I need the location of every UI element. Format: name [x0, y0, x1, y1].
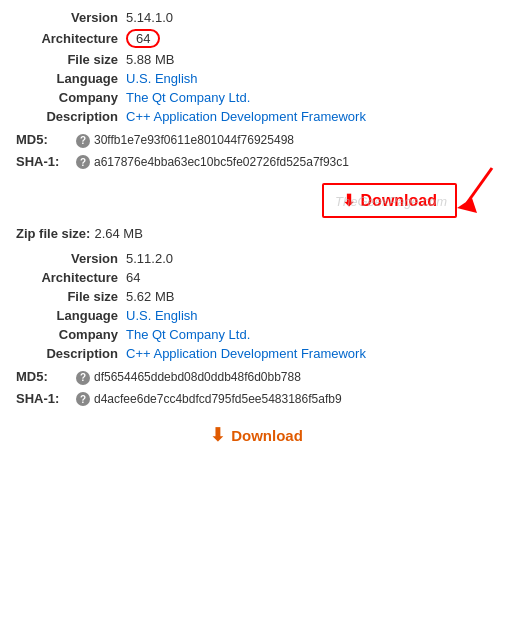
info-block-1: Version 5.14.1.0 Architecture 64 File si… — [16, 10, 497, 124]
arch-value-2: 64 — [126, 270, 140, 285]
arch-label-1: Architecture — [16, 31, 126, 46]
arch-value-1: 64 — [126, 29, 160, 48]
info-block-2: Version 5.11.2.0 Architecture 64 File si… — [16, 251, 497, 361]
arrow-svg-1 — [447, 163, 507, 223]
company-value-2: The Qt Company Ltd. — [126, 327, 250, 342]
download-section-2: ⬇ Download — [16, 420, 497, 450]
filesize-value-2: 5.62 MB — [126, 289, 174, 304]
sha1-label-1: SHA-1: — [16, 154, 76, 169]
download-btn-label-2: Download — [231, 427, 303, 444]
company-label-2: Company — [16, 327, 126, 342]
language-value-2: U.S. English — [126, 308, 198, 323]
md5-help-icon-2[interactable]: ? — [76, 371, 90, 385]
arch-row-1: Architecture 64 — [16, 29, 497, 48]
language-label-1: Language — [16, 71, 126, 86]
company-value-1: The Qt Company Ltd. — [126, 90, 250, 105]
sha1-label-2: SHA-1: — [16, 391, 76, 406]
filesize-row-1: File size 5.88 MB — [16, 52, 497, 67]
version-label-2: Version — [16, 251, 126, 266]
version-label-1: Version — [16, 10, 126, 25]
description-value-1: C++ Application Development Framework — [126, 109, 366, 124]
sha1-value-2: d4acfee6de7cc4bdfcd795fd5ee5483186f5afb9 — [94, 392, 342, 406]
description-label-1: Description — [16, 109, 126, 124]
sha1-row-2: SHA-1: ? d4acfee6de7cc4bdfcd795fd5ee5483… — [16, 391, 497, 407]
filesize-label-2: File size — [16, 289, 126, 304]
description-row-1: Description C++ Application Development … — [16, 109, 497, 124]
zip-row: Zip file size: 2.64 MB — [16, 226, 497, 241]
sha1-value-1: a617876e4bba63ec10bc5fe02726fd525a7f93c1 — [94, 155, 349, 169]
description-row-2: Description C++ Application Development … — [16, 346, 497, 361]
sha1-row-1: SHA-1: ? a617876e4bba63ec10bc5fe02726fd5… — [16, 154, 497, 170]
description-value-2: C++ Application Development Framework — [126, 346, 366, 361]
company-label-1: Company — [16, 90, 126, 105]
sha1-help-icon-1[interactable]: ? — [76, 155, 90, 169]
arch-label-2: Architecture — [16, 270, 126, 285]
language-row-2: Language U.S. English — [16, 308, 497, 323]
version-value-2: 5.11.2.0 — [126, 251, 173, 266]
filesize-value-1: 5.88 MB — [126, 52, 174, 67]
company-row-1: Company The Qt Company Ltd. — [16, 90, 497, 105]
description-label-2: Description — [16, 346, 126, 361]
company-row-2: Company The Qt Company Ltd. — [16, 327, 497, 342]
language-value-1: U.S. English — [126, 71, 198, 86]
md5-label-2: MD5: — [16, 369, 76, 384]
md5-row-2: MD5: ? df5654465ddebd08d0ddb48f6d0bb788 — [16, 369, 497, 385]
download-section-1: TheGeekPage.com ⬇ Download — [16, 183, 497, 218]
md5-help-icon-1[interactable]: ? — [76, 134, 90, 148]
zip-value: 2.64 MB — [94, 226, 142, 241]
sha1-help-icon-2[interactable]: ? — [76, 392, 90, 406]
language-row-1: Language U.S. English — [16, 71, 497, 86]
version-row-2: Version 5.11.2.0 — [16, 251, 497, 266]
svg-line-0 — [467, 168, 492, 203]
download-icon-1: ⬇ — [342, 191, 355, 210]
download-icon-2: ⬇ — [210, 424, 225, 446]
filesize-label-1: File size — [16, 52, 126, 67]
download-button-1[interactable]: ⬇ Download — [322, 183, 457, 218]
svg-marker-1 — [457, 198, 477, 213]
version-value-1: 5.14.1.0 — [126, 10, 173, 25]
md5-label-1: MD5: — [16, 132, 76, 147]
md5-value-2: df5654465ddebd08d0ddb48f6d0bb788 — [94, 370, 301, 384]
zip-label: Zip file size: — [16, 226, 90, 241]
md5-value-1: 30ffb1e7e93f0611e801044f76925498 — [94, 133, 294, 147]
filesize-row-2: File size 5.62 MB — [16, 289, 497, 304]
download-btn-label-1: Download — [361, 192, 437, 210]
download-button-2[interactable]: ⬇ Download — [210, 420, 303, 450]
md5-row-1: MD5: ? 30ffb1e7e93f0611e801044f76925498 — [16, 132, 497, 148]
version-row-1: Version 5.14.1.0 — [16, 10, 497, 25]
language-label-2: Language — [16, 308, 126, 323]
arch-row-2: Architecture 64 — [16, 270, 497, 285]
